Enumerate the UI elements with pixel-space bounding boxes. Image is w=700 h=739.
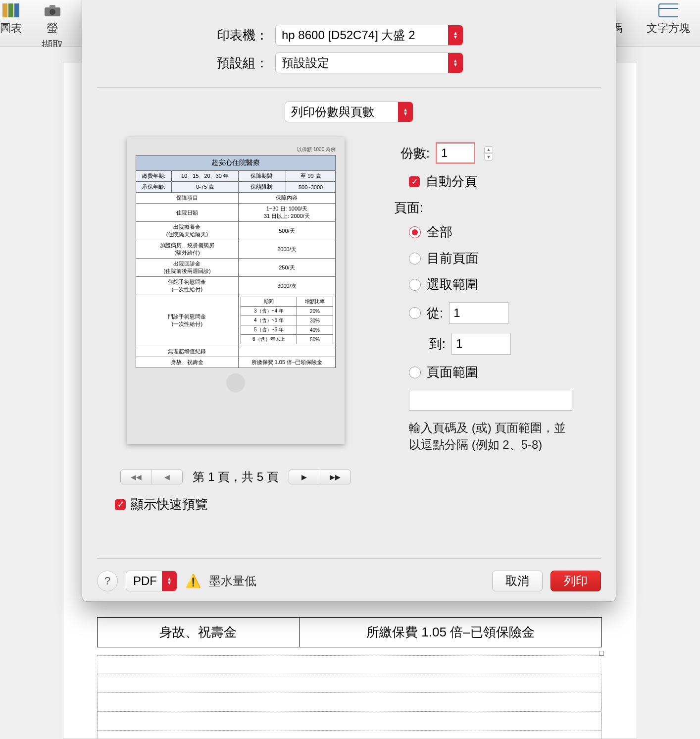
preset-select[interactable]: 預設設定 ▲▼ xyxy=(275,53,463,73)
pager-status: 第 1 頁，共 5 頁 xyxy=(193,469,278,485)
svg-rect-0 xyxy=(2,3,7,17)
section-select[interactable]: 列印份數與頁數 ▲▼ xyxy=(285,102,413,122)
chart-icon xyxy=(1,2,21,19)
radio-from[interactable] xyxy=(409,307,421,319)
page-range-hint: 輸入頁碼及 (或) 頁面範圍，並以逗點分隔 (例如 2、5-8) xyxy=(409,420,577,453)
ink-low-text: 墨水量低 xyxy=(209,573,256,589)
collate-label: 自動分頁 xyxy=(426,173,477,190)
toolbar-item-chart[interactable]: 圖表 xyxy=(0,2,22,36)
collate-checkbox[interactable]: ✓ xyxy=(409,176,420,187)
preview-pager: ◀◀ ◀ 第 1 頁，共 5 頁 ▶ ▶▶ xyxy=(120,469,350,485)
copies-input[interactable]: 1 xyxy=(436,142,475,164)
warning-icon: ⚠️ xyxy=(185,574,201,589)
pager-next-button[interactable]: ▶ xyxy=(289,470,320,484)
svg-rect-6 xyxy=(659,4,678,17)
pages-label: 頁面: xyxy=(394,199,601,216)
toolbar-label: 文字方塊 xyxy=(647,21,690,36)
radio-selection-label: 選取範圍 xyxy=(427,276,478,293)
copies-stepper[interactable]: ▲▼ xyxy=(484,146,493,160)
radio-selection[interactable] xyxy=(409,279,421,291)
print-dialog: 印表機： hp 8600 [D52C74] 大盛 2 ▲▼ 預設組： 預設設定 … xyxy=(82,0,616,602)
radio-from-label: 從: xyxy=(427,305,443,322)
svg-point-4 xyxy=(50,9,55,15)
bg-table-row: 身故、祝壽金 所繳保費 1.05 倍–已領保險金 xyxy=(97,617,602,647)
section-value: 列印份數與頁數 xyxy=(291,104,374,120)
pager-last-button[interactable]: ▶▶ xyxy=(320,470,350,484)
to-input[interactable]: 1 xyxy=(451,333,511,355)
textbox-icon xyxy=(658,2,678,19)
from-input[interactable]: 1 xyxy=(449,302,508,324)
preview-title: 超安心住院醫療 xyxy=(136,156,336,171)
bg-cell: 所繳保費 1.05 倍–已領保險金 xyxy=(299,618,601,647)
quick-preview-label: 顯示快速預覽 xyxy=(131,496,208,513)
radio-all-label: 全部 xyxy=(427,223,452,241)
dropdown-arrows-icon: ▲▼ xyxy=(448,25,463,45)
copies-label: 份數: xyxy=(394,145,430,162)
toolbar-label: 螢 xyxy=(47,21,58,36)
quick-preview-checkbox[interactable]: ✓ xyxy=(115,499,126,510)
cancel-button[interactable]: 取消 xyxy=(492,571,543,591)
preview-note: 以保額 1000 為例 xyxy=(136,146,336,153)
pdf-label: PDF xyxy=(133,574,157,588)
radio-range-label: 頁面範圍 xyxy=(427,364,478,381)
printer-select[interactable]: hp 8600 [D52C74] 大盛 2 ▲▼ xyxy=(275,25,463,46)
toolbar-item-textbox[interactable]: 文字方塊 xyxy=(647,2,690,36)
preset-value: 預設設定 xyxy=(282,55,329,71)
radio-current[interactable] xyxy=(409,253,421,264)
toolbar-item-screenshot[interactable]: 螢 擷取 xyxy=(42,2,63,53)
camera-icon xyxy=(43,2,62,19)
pager-prev-button[interactable]: ◀ xyxy=(151,470,182,484)
svg-rect-2 xyxy=(14,3,19,17)
print-button[interactable]: 列印 xyxy=(550,571,601,591)
preview-table: 超安心住院醫療 繳費年期: 10、15、20、30 年 保障期間: 至 99 歲… xyxy=(136,155,336,368)
divider xyxy=(97,87,601,88)
dropdown-arrows-icon: ▲▼ xyxy=(162,571,177,591)
printer-value: hp 8600 [D52C74] 大盛 2 xyxy=(282,27,415,43)
preset-label: 預設組： xyxy=(97,54,275,72)
svg-rect-5 xyxy=(50,5,55,8)
dropdown-arrows-icon: ▲▼ xyxy=(448,53,463,73)
bg-cell: 身故、祝壽金 xyxy=(98,618,300,647)
bg-empty-grid xyxy=(97,655,602,739)
svg-rect-1 xyxy=(8,3,13,17)
radio-current-label: 目前頁面 xyxy=(427,250,478,267)
print-preview: 以保額 1000 為例 超安心住院醫療 繳費年期: 10、15、20、30 年 … xyxy=(127,137,345,444)
printer-label: 印表機： xyxy=(97,27,275,44)
pager-first-button[interactable]: ◀◀ xyxy=(121,470,151,484)
pdf-dropdown[interactable]: PDF ▲▼ xyxy=(126,571,177,591)
toolbar-label: 圖表 xyxy=(0,21,22,36)
dropdown-arrows-icon: ▲▼ xyxy=(398,102,413,122)
help-button[interactable]: ? xyxy=(97,571,118,591)
radio-range[interactable] xyxy=(409,367,421,378)
radio-all[interactable] xyxy=(409,226,421,238)
to-label: 到: xyxy=(424,335,446,353)
page-range-input[interactable] xyxy=(409,390,572,411)
